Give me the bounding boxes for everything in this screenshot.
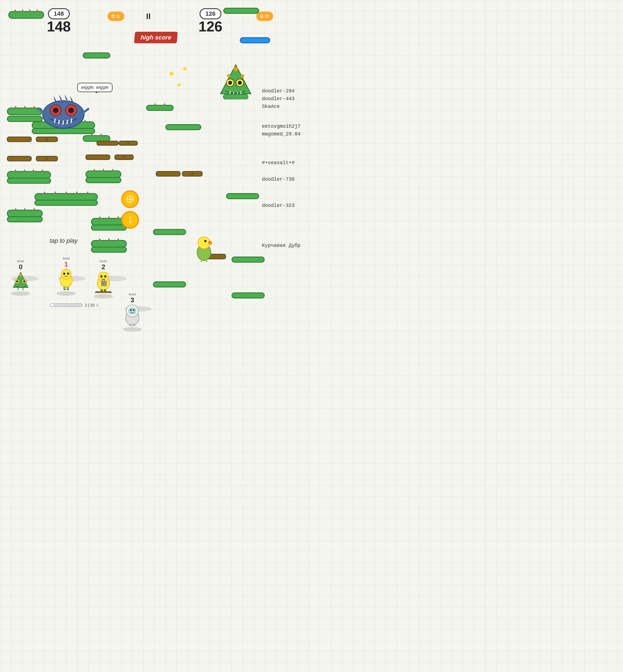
star-float-3: ★ bbox=[176, 81, 182, 88]
char-1-level-num: 1 bbox=[64, 260, 68, 268]
progress-bar-container: 2 | 20 ☆ bbox=[50, 303, 99, 307]
svg-point-69 bbox=[128, 308, 136, 314]
platform-2 bbox=[83, 52, 110, 58]
char-3-level-num: 3 bbox=[130, 296, 134, 304]
platform-right-broken bbox=[182, 171, 203, 176]
svg-point-3 bbox=[53, 108, 58, 113]
svg-point-47 bbox=[61, 269, 71, 279]
svg-line-12 bbox=[67, 120, 67, 124]
platform-right-bot-3 bbox=[232, 256, 265, 262]
svg-line-33 bbox=[201, 260, 202, 262]
char-0[interactable]: level 0 bbox=[11, 259, 30, 296]
svg-point-4 bbox=[68, 108, 74, 113]
player-name-9: Курчавая Дубр bbox=[262, 243, 300, 248]
platform-blue-1 bbox=[240, 37, 270, 43]
char-0-sprite bbox=[11, 271, 30, 290]
platform-bot-8 bbox=[91, 247, 127, 253]
platform-brown-4 bbox=[85, 155, 110, 160]
player-name-6: #•seasalt•# bbox=[262, 160, 295, 166]
player-name-4: eetovgmo1h2j7 bbox=[262, 123, 300, 129]
char-2-level-num: 2 bbox=[101, 263, 105, 271]
right-monster bbox=[218, 63, 254, 99]
svg-marker-8 bbox=[70, 96, 73, 102]
platform-mid-lower-2 bbox=[85, 177, 121, 183]
platform-brown-broken-2 bbox=[119, 141, 138, 146]
right-star-badge: 0 ☆ bbox=[256, 11, 273, 21]
svg-point-59 bbox=[98, 272, 108, 282]
tap-to-play[interactable]: tap to play bbox=[50, 237, 78, 245]
char-3[interactable]: level 3 bbox=[123, 292, 142, 332]
svg-line-13 bbox=[71, 119, 72, 123]
char-2-shadow bbox=[94, 294, 113, 299]
platform-right-1 bbox=[146, 105, 174, 111]
platform-3 bbox=[223, 8, 259, 14]
svg-point-61 bbox=[104, 275, 107, 278]
svg-point-71 bbox=[133, 309, 135, 311]
progress-text: 2 | 20 ☆ bbox=[85, 303, 99, 307]
svg-point-42 bbox=[16, 280, 18, 282]
svg-point-65 bbox=[103, 283, 104, 284]
platform-right-bot-4 bbox=[153, 281, 186, 287]
char-1-sprite bbox=[57, 268, 76, 290]
svg-line-44 bbox=[18, 287, 19, 290]
coin-2-label: 23 bbox=[129, 216, 131, 224]
platform-bot-2 bbox=[34, 200, 98, 206]
svg-marker-6 bbox=[59, 95, 62, 100]
progress-bar-fill bbox=[50, 304, 54, 306]
svg-marker-7 bbox=[65, 95, 67, 100]
platform-right-2 bbox=[166, 124, 201, 130]
monster-character bbox=[36, 94, 91, 130]
right-star-icon: ☆ bbox=[264, 13, 269, 20]
svg-line-10 bbox=[59, 120, 59, 124]
coin-2: 23 bbox=[121, 211, 139, 229]
char-3-sprite bbox=[123, 304, 142, 326]
platform-brown-2 bbox=[96, 141, 119, 146]
left-score-bubble: 148 bbox=[48, 8, 70, 19]
left-star-icon: ☆ bbox=[116, 13, 120, 20]
star-float-1: ★ bbox=[168, 69, 175, 78]
platform-right-bot-5 bbox=[232, 292, 265, 299]
platform-brown-broken-3 bbox=[36, 156, 58, 161]
svg-rect-72 bbox=[129, 324, 132, 326]
player-name-5: magomed_29.04 bbox=[262, 131, 300, 137]
svg-point-48 bbox=[63, 273, 65, 275]
char-3-shadow bbox=[123, 327, 142, 332]
left-stars-count: 0 bbox=[111, 13, 114, 20]
platform-brown-1 bbox=[7, 137, 32, 142]
high-score-banner: high score bbox=[134, 32, 178, 43]
char-1-level-label: level bbox=[63, 256, 70, 260]
svg-point-39 bbox=[19, 274, 22, 276]
platform-right-bot-2 bbox=[153, 229, 186, 235]
svg-rect-66 bbox=[95, 291, 112, 293]
svg-line-24 bbox=[230, 91, 230, 94]
platform-lower-left-2 bbox=[7, 178, 51, 184]
platform-bot-6 bbox=[91, 225, 127, 231]
char-2[interactable]: level 2 bbox=[94, 259, 113, 299]
right-stars-count: 0 bbox=[260, 13, 263, 20]
char-1-shadow bbox=[57, 291, 76, 296]
svg-point-43 bbox=[23, 280, 25, 282]
char-0-level-label: level bbox=[18, 259, 24, 263]
right-score-main: 126 bbox=[199, 19, 222, 34]
svg-point-31 bbox=[208, 241, 212, 245]
player-name-3: SkaAce bbox=[262, 104, 280, 109]
right-score-bubble: 126 bbox=[200, 8, 221, 19]
platform-bot-4 bbox=[7, 216, 43, 222]
svg-rect-28 bbox=[223, 94, 248, 99]
left-star-badge: 0 ☆ bbox=[108, 11, 124, 21]
char-2-sprite bbox=[94, 271, 113, 293]
svg-line-27 bbox=[241, 91, 241, 94]
svg-line-45 bbox=[23, 287, 24, 290]
svg-point-32 bbox=[204, 240, 206, 242]
svg-point-22 bbox=[228, 81, 232, 85]
left-score-area: 148 148 bbox=[47, 8, 71, 34]
char-1[interactable]: level 1 bbox=[57, 256, 76, 296]
svg-point-17 bbox=[234, 67, 238, 71]
svg-line-34 bbox=[206, 260, 207, 262]
platform-right-bot-1 bbox=[226, 193, 259, 199]
char-0-level-num: 0 bbox=[19, 263, 22, 271]
platform-brown-broken-1 bbox=[36, 137, 58, 142]
player-name-8: doodler-323 bbox=[262, 203, 295, 208]
pause-button[interactable]: II bbox=[146, 11, 151, 21]
player-name-1: doodler-294 bbox=[262, 88, 295, 94]
